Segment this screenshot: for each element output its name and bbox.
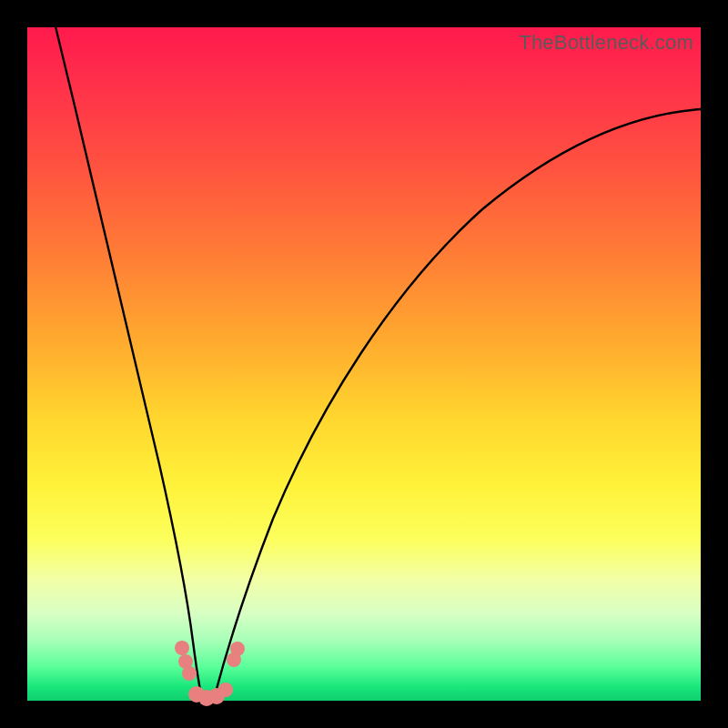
chart-frame: TheBottleneck.com	[0, 0, 728, 728]
marker-dot	[218, 682, 233, 697]
curve-right-branch	[214, 109, 701, 699]
bottleneck-curve	[27, 27, 701, 701]
marker-dot	[182, 666, 197, 681]
plot-area: TheBottleneck.com	[27, 27, 701, 701]
marker-dot	[175, 641, 189, 655]
marker-group	[175, 641, 245, 706]
marker-dot	[230, 642, 245, 656]
curve-left-branch	[55, 23, 202, 699]
